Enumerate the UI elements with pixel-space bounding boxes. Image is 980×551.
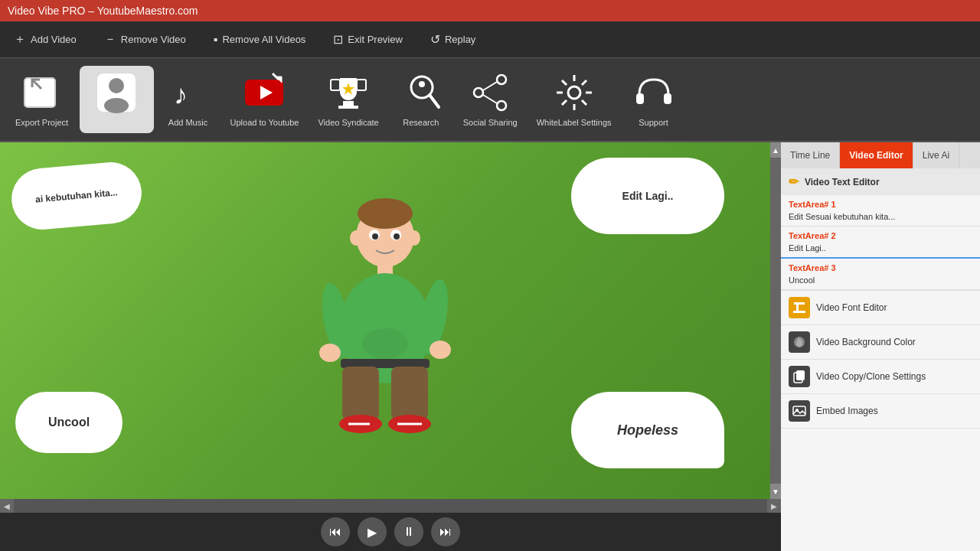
add-video-button[interactable]: ＋ Add Video	[8, 28, 83, 51]
scroll-down-arrow[interactable]: ▼	[770, 484, 781, 499]
tab-live-ai[interactable]: Live Ai	[913, 142, 959, 168]
social-sharing-label: Social Sharing	[463, 118, 518, 127]
embed-images-label: Embed Images	[816, 406, 878, 416]
video-canvas: ai kebutuhan kita... Edit Lagi.. Uncool …	[0, 142, 770, 499]
export-project-label: Export Project	[15, 118, 68, 127]
svg-point-53	[319, 344, 341, 362]
remove-all-videos-button[interactable]: ▪ Remove All Videos	[207, 30, 312, 50]
pause-button[interactable]: ⏸	[394, 517, 423, 546]
remove-video-button[interactable]: － Remove Video	[98, 28, 192, 51]
svg-point-54	[430, 341, 451, 359]
plus-icon: ＋	[14, 31, 26, 47]
embed-images-icon	[789, 400, 810, 422]
speech-bubble-top-left[interactable]: ai kebutuhan kita...	[9, 160, 144, 233]
export-project-button[interactable]: Export Project	[8, 66, 76, 133]
svg-rect-33	[664, 93, 671, 104]
text-editor-header[interactable]: ✏ Video Text Editor	[781, 168, 980, 195]
copy-clone-icon	[789, 366, 810, 387]
svg-line-28	[562, 80, 567, 85]
video-area: ai kebutuhan kita... Edit Lagi.. Uncool …	[0, 142, 781, 551]
right-panel: Time Line Video Editor Live Ai ✏ Video T…	[781, 142, 980, 551]
svg-rect-0	[24, 78, 55, 107]
add-music-button[interactable]: ♪ Add Music	[158, 66, 219, 133]
tab-video-editor[interactable]: Video Editor	[840, 142, 913, 168]
textarea-3-value[interactable]: Uncool	[781, 274, 980, 290]
social-sharing-button[interactable]: Social Sharing	[456, 66, 525, 133]
bg-color-label: Video Background Color	[816, 337, 916, 347]
video-scroll-v[interactable]: ▲ ▼	[770, 142, 781, 499]
bg-color-icon	[789, 331, 810, 353]
text-editor-label: Video Text Editor	[805, 177, 880, 187]
textarea-2-input[interactable]: Edit Lagi..	[781, 242, 980, 259]
add-music-label: Add Music	[168, 118, 207, 127]
research-icon	[400, 72, 442, 113]
copy-clone-item[interactable]: Video Copy/Clone Settings	[781, 360, 980, 394]
embed-images-item[interactable]: Embed Images	[781, 394, 980, 429]
svg-point-35	[358, 198, 413, 229]
svg-point-23	[568, 86, 580, 99]
upload-youtube-label: Upload to Youtube	[230, 118, 299, 127]
replay-button[interactable]: ↺ Replay	[424, 29, 482, 50]
forward-icon: ⏭	[439, 525, 452, 539]
svg-line-30	[582, 80, 586, 85]
exit-preview-label: Exit Preview	[348, 34, 403, 45]
svg-rect-12	[331, 80, 340, 90]
minus-icon: －	[104, 31, 116, 47]
character-figure	[301, 198, 469, 443]
scroll-track-h	[14, 499, 767, 513]
copy-clone-label: Video Copy/Clone Settings	[816, 371, 926, 382]
scroll-right-arrow[interactable]: ▶	[767, 499, 781, 513]
scroll-up-arrow[interactable]: ▲	[770, 142, 781, 158]
research-label: Research	[403, 118, 439, 127]
svg-rect-32	[636, 93, 644, 104]
panel-tabs: Time Line Video Editor Live Ai	[781, 142, 980, 168]
top-toolbar: ＋ Add Video － Remove Video ▪ Remove All …	[0, 21, 980, 58]
playback-controls: ⏮ ▶ ⏸ ⏭	[0, 513, 781, 551]
textarea-1-container: TextArea# 1 Edit Sesuai kebutuhan kita..…	[781, 195, 980, 227]
pencil-icon: ✏	[789, 174, 799, 189]
support-button[interactable]: Support	[623, 66, 684, 133]
svg-rect-10	[343, 101, 354, 106]
svg-point-38	[372, 233, 378, 240]
svg-point-20	[497, 101, 506, 110]
tab-timeline[interactable]: Time Line	[781, 142, 840, 168]
panel-content: ✏ Video Text Editor TextArea# 1 Edit Ses…	[781, 168, 980, 551]
preview-project-button[interactable]: Preview Project	[80, 66, 153, 133]
exit-preview-button[interactable]: ⊡ Exit Preview	[327, 29, 409, 50]
music-icon: ♪	[168, 72, 209, 113]
textarea-3-label: TextArea# 3	[781, 259, 980, 274]
textarea-3-container: TextArea# 3 Uncool	[781, 259, 980, 290]
speech-bubble-bottom-left[interactable]: Uncool	[15, 392, 122, 453]
svg-rect-11	[338, 106, 358, 109]
svg-line-16	[430, 95, 439, 107]
textarea-1-value[interactable]: Edit Sesuai kebutuhan kita...	[781, 210, 980, 227]
bg-color-item[interactable]: Video Background Color	[781, 325, 980, 360]
svg-line-21	[483, 82, 497, 90]
speech-bubble-top-right[interactable]: Edit Lagi..	[571, 158, 724, 234]
upload-youtube-button[interactable]: Upload to Youtube	[223, 66, 307, 133]
exit-icon: ⊡	[333, 32, 343, 47]
text-editor-section: ✏ Video Text Editor TextArea# 1 Edit Ses…	[781, 168, 980, 291]
rewind-button[interactable]: ⏮	[321, 517, 350, 546]
whitelabel-settings-button[interactable]: WhiteLabel Settings	[529, 66, 619, 133]
svg-point-40	[350, 230, 362, 246]
svg-rect-46	[391, 367, 428, 420]
video-syndicate-button[interactable]: Video Syndicate	[310, 66, 386, 133]
scroll-left-arrow[interactable]: ◀	[0, 499, 14, 513]
play-button[interactable]: ▶	[358, 517, 387, 546]
remove-video-label: Remove Video	[121, 34, 186, 45]
forward-button[interactable]: ⏭	[431, 517, 460, 546]
trophy-icon	[328, 72, 369, 113]
speech-bubble-bottom-right[interactable]: Hopeless	[571, 392, 724, 468]
gear-icon	[554, 72, 595, 113]
research-button[interactable]: Research	[390, 66, 452, 133]
svg-point-41	[408, 230, 420, 246]
square-icon: ▪	[214, 33, 218, 47]
export-icon	[21, 72, 63, 113]
svg-point-17	[419, 81, 425, 87]
font-editor-item[interactable]: Video Font Editor	[781, 291, 980, 325]
video-background: ai kebutuhan kita... Edit Lagi.. Uncool …	[0, 142, 770, 499]
textarea-2-label: TextArea# 2	[781, 227, 980, 242]
title-bar: Video Vibe PRO – YoutubeMaestro.com	[0, 0, 980, 21]
svg-line-29	[582, 100, 586, 105]
